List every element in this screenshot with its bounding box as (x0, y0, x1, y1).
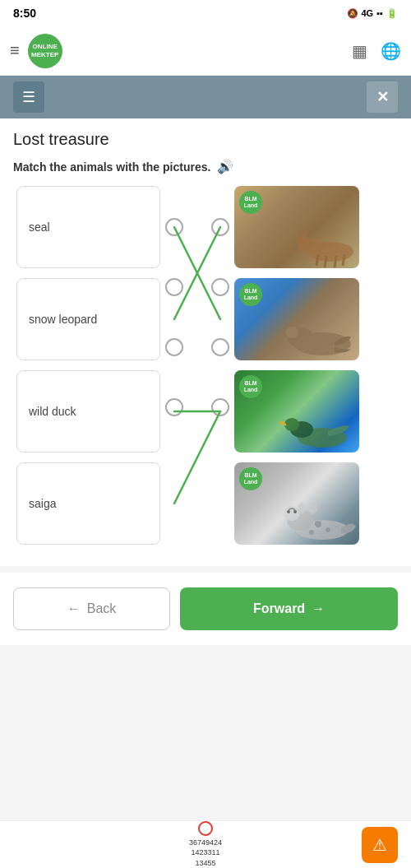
toolbar-menu-icon: ☰ (22, 88, 35, 106)
word-snow-leopard[interactable]: snow leopard (16, 278, 160, 360)
svg-line-3 (174, 411, 220, 504)
status-bar: 8:50 🔕 4G ▪▪ 🔋 (0, 0, 411, 26)
badge-4: BLMLand (239, 467, 262, 490)
network-icon: 4G (362, 8, 374, 18)
svg-point-15 (285, 327, 298, 338)
forward-arrow-icon: → (312, 601, 325, 616)
bottom-circle-icon (198, 821, 213, 836)
instruction-text: Match the animals with the pictures. (13, 160, 210, 174)
svg-line-9 (343, 254, 344, 266)
svg-point-23 (293, 510, 297, 513)
mute-icon: 🔕 (347, 8, 358, 19)
image-snow-leopard[interactable]: BLMLand (234, 462, 359, 545)
back-arrow-icon: ← (67, 601, 81, 616)
top-nav: ≡ ONLINE MEKTEP ▦ 🌐 (0, 26, 411, 76)
svg-line-7 (325, 256, 326, 267)
word-seal[interactable]: seal (16, 186, 160, 268)
status-time: 8:50 (13, 7, 36, 20)
top-nav-left: ≡ ONLINE MEKTEP (10, 34, 62, 68)
logo: ONLINE MEKTEP (28, 34, 62, 68)
instruction: Match the animals with the pictures. 🔊 (13, 159, 398, 174)
bottom-center: 36749424142331113455 (189, 821, 222, 868)
status-icons: 🔕 4G ▪▪ 🔋 (347, 8, 399, 19)
word-wild-duck[interactable]: wild duck (16, 370, 160, 453)
matching-area: seal snow leopard wild duck saiga (13, 186, 398, 555)
bottom-numbers: 36749424142331113455 (189, 838, 222, 868)
toolbar-menu-button[interactable]: ☰ (13, 81, 44, 113)
image-saiga[interactable]: BLMLand (234, 186, 359, 268)
svg-point-10 (297, 236, 310, 248)
svg-point-18 (284, 418, 299, 431)
svg-point-24 (298, 503, 306, 514)
svg-point-27 (326, 527, 330, 532)
back-button[interactable]: ← Back (13, 587, 170, 630)
svg-point-28 (309, 530, 314, 535)
battery-icon: 🔋 (386, 8, 398, 19)
svg-line-12 (305, 228, 307, 236)
toolbar-close-icon: ✕ (376, 88, 389, 106)
nav-hamburger-icon[interactable]: ≡ (10, 41, 20, 60)
svg-line-11 (302, 228, 303, 236)
svg-point-25 (309, 503, 317, 514)
main-content: Lost treasure Match the animals with the… (0, 118, 411, 566)
image-seal[interactable]: BLMLand (234, 278, 359, 360)
sound-icon[interactable]: 🔊 (217, 159, 233, 174)
svg-line-8 (335, 256, 336, 267)
grid-icon[interactable]: ▦ (352, 41, 367, 61)
nav-buttons: ← Back Forward → (0, 573, 411, 645)
image-duck[interactable]: BLMLand (234, 370, 359, 453)
svg-point-22 (287, 510, 290, 513)
signal-icon: ▪▪ (376, 8, 383, 18)
badge-3: BLMLand (239, 375, 262, 398)
badge-1: BLMLand (239, 191, 262, 214)
toolbar: ☰ ✕ (0, 76, 411, 118)
top-nav-right: ▦ 🌐 (352, 41, 401, 61)
forward-button[interactable]: Forward → (180, 587, 398, 630)
bottom-bar: 36749424142331113455 ⚠ (0, 820, 411, 868)
words-column: seal snow leopard wild duck saiga (16, 186, 160, 545)
connection-lines (160, 186, 234, 555)
toolbar-close-button[interactable]: ✕ (367, 81, 398, 113)
svg-point-26 (315, 521, 321, 527)
word-saiga[interactable]: saiga (16, 462, 160, 545)
alert-icon: ⚠ (372, 835, 387, 855)
forward-label: Forward (253, 601, 305, 616)
alert-button[interactable]: ⚠ (362, 827, 398, 863)
page-title: Lost treasure (13, 130, 398, 149)
svg-line-6 (316, 254, 318, 266)
back-label: Back (87, 601, 117, 616)
images-column: BLMLand BLMLand (234, 186, 395, 545)
connectors-column (160, 186, 234, 555)
globe-icon[interactable]: 🌐 (381, 41, 401, 61)
badge-2: BLMLand (239, 283, 262, 306)
